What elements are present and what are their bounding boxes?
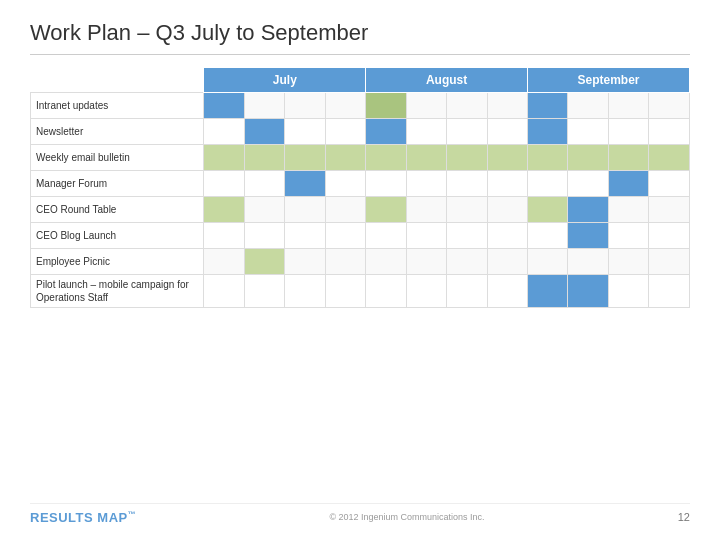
july-header: July <box>204 68 366 93</box>
grid-cell <box>406 275 446 308</box>
grid-cell <box>649 275 690 308</box>
grid-cell <box>285 223 325 249</box>
grid-cell <box>487 223 527 249</box>
grid-cell <box>285 145 325 171</box>
grid-cell <box>406 145 446 171</box>
grid-cell <box>244 145 284 171</box>
table-row: CEO Blog Launch <box>31 223 690 249</box>
grid-cell <box>528 93 568 119</box>
grid-cell <box>447 145 487 171</box>
grid-cell <box>406 119 446 145</box>
grid-cell <box>204 223 244 249</box>
row-label: Intranet updates <box>31 93 204 119</box>
grid-cell <box>447 197 487 223</box>
table-row: Weekly email bulletin <box>31 145 690 171</box>
grid-cell <box>204 249 244 275</box>
grid-cell <box>325 275 365 308</box>
row-label: Manager Forum <box>31 171 204 197</box>
grid-cell <box>447 275 487 308</box>
row-label: Pilot launch – mobile campaign for Opera… <box>31 275 204 308</box>
page: Work Plan – Q3 July to September July Au… <box>0 0 720 540</box>
row-label: Employee Picnic <box>31 249 204 275</box>
grid-cell <box>649 145 690 171</box>
grid-cell <box>366 119 406 145</box>
grid-cell <box>204 119 244 145</box>
page-number: 12 <box>678 511 690 523</box>
page-title: Work Plan – Q3 July to September <box>30 20 690 55</box>
grid-cell <box>325 197 365 223</box>
grid-cell <box>366 275 406 308</box>
grid-container: July August September Intranet updatesNe… <box>30 67 690 493</box>
grid-cell <box>649 249 690 275</box>
grid-cell <box>325 249 365 275</box>
grid-cell <box>447 223 487 249</box>
copyright: © 2012 Ingenium Communications Inc. <box>329 512 484 522</box>
grid-cell <box>487 119 527 145</box>
grid-cell <box>487 275 527 308</box>
table-row: Intranet updates <box>31 93 690 119</box>
grid-cell <box>528 145 568 171</box>
grid-cell <box>608 249 648 275</box>
grid-cell <box>568 223 608 249</box>
grid-cell <box>568 249 608 275</box>
grid-cell <box>325 171 365 197</box>
grid-cell <box>608 93 648 119</box>
grid-cell <box>244 223 284 249</box>
grid-cell <box>608 119 648 145</box>
grid-cell <box>528 171 568 197</box>
grid-cell <box>528 119 568 145</box>
table-row: Pilot launch – mobile campaign for Opera… <box>31 275 690 308</box>
grid-cell <box>244 171 284 197</box>
grid-cell <box>487 249 527 275</box>
grid-cell <box>568 145 608 171</box>
grid-cell <box>487 145 527 171</box>
grid-cell <box>568 119 608 145</box>
grid-cell <box>649 223 690 249</box>
grid-cell <box>528 275 568 308</box>
grid-cell <box>366 145 406 171</box>
grid-cell <box>447 171 487 197</box>
grid-cell <box>487 171 527 197</box>
grid-cell <box>447 93 487 119</box>
grid-cell <box>608 145 648 171</box>
grid-cell <box>528 197 568 223</box>
grid-cell <box>325 223 365 249</box>
grid-cell <box>244 249 284 275</box>
grid-cell <box>406 197 446 223</box>
table-row: Newsletter <box>31 119 690 145</box>
grid-cell <box>366 197 406 223</box>
grid-cell <box>204 145 244 171</box>
row-label: Weekly email bulletin <box>31 145 204 171</box>
grid-cell <box>568 275 608 308</box>
grid-cell <box>406 93 446 119</box>
grid-cell <box>447 119 487 145</box>
row-label: CEO Round Table <box>31 197 204 223</box>
brand: RESULTS MAP™ <box>30 510 136 525</box>
grid-cell <box>244 93 284 119</box>
grid-cell <box>649 197 690 223</box>
grid-cell <box>447 249 487 275</box>
grid-cell <box>568 197 608 223</box>
grid-cell <box>649 171 690 197</box>
row-label: Newsletter <box>31 119 204 145</box>
grid-cell <box>325 145 365 171</box>
grid-cell <box>285 93 325 119</box>
grid-cell <box>285 275 325 308</box>
grid-cell <box>325 119 365 145</box>
august-header: August <box>366 68 528 93</box>
grid-cell <box>366 171 406 197</box>
grid-cell <box>608 171 648 197</box>
grid-cell <box>325 93 365 119</box>
grid-cell <box>608 223 648 249</box>
brand-text: RESULTS MAP <box>30 510 128 525</box>
grid-cell <box>406 249 446 275</box>
empty-header <box>31 68 204 93</box>
grid-cell <box>366 93 406 119</box>
grid-cell <box>487 93 527 119</box>
grid-cell <box>204 275 244 308</box>
grid-cell <box>244 197 284 223</box>
footer: RESULTS MAP™ © 2012 Ingenium Communicati… <box>30 503 690 525</box>
table-row: Employee Picnic <box>31 249 690 275</box>
grid-cell <box>244 275 284 308</box>
grid-cell <box>285 249 325 275</box>
